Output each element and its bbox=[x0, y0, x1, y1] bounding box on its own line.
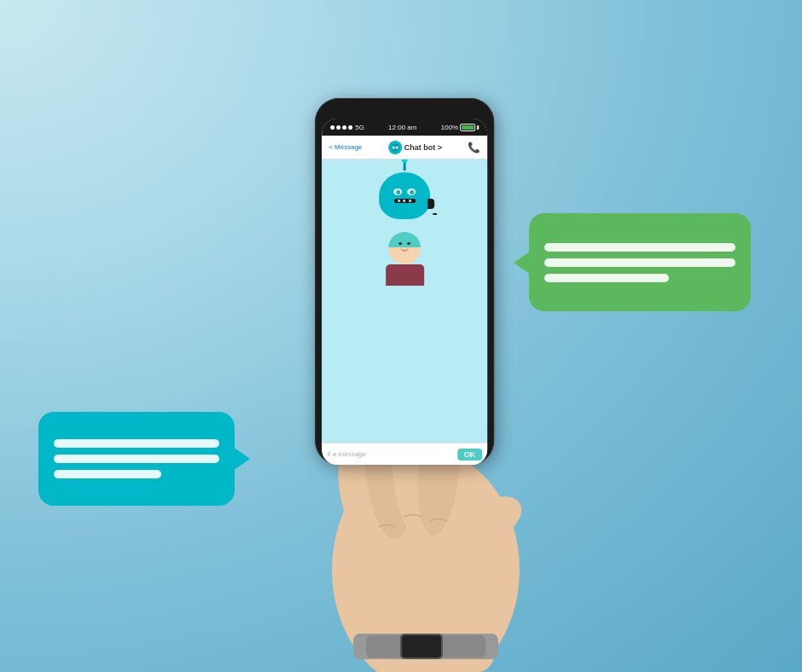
status-left: 5G bbox=[330, 124, 364, 131]
signal-dots bbox=[330, 125, 352, 130]
robot-mouth bbox=[394, 199, 416, 203]
robot-headset bbox=[427, 199, 434, 209]
human-face bbox=[398, 242, 410, 252]
robot-face bbox=[393, 188, 416, 203]
signal-dot-3 bbox=[342, 125, 346, 130]
robot-eye-right bbox=[407, 188, 416, 195]
phone-screen: 5G 12:00 am 100% < Message bbox=[322, 119, 487, 465]
robot-antenna-ball bbox=[402, 159, 408, 163]
network-label: 5G bbox=[355, 124, 364, 131]
user-speech-bubble bbox=[38, 412, 235, 506]
signal-dot-2 bbox=[336, 125, 340, 130]
human-eye-left bbox=[398, 242, 402, 245]
input-bar: # a message OK bbox=[322, 443, 487, 465]
chat-title-label: Chat bot > bbox=[404, 143, 442, 152]
bubble-line-4 bbox=[54, 439, 219, 448]
time-label: 12:00 am bbox=[388, 124, 416, 131]
battery-area: 100% bbox=[441, 124, 479, 131]
human-head bbox=[388, 232, 421, 264]
signal-dot-4 bbox=[348, 125, 352, 130]
human-eyes bbox=[398, 242, 410, 245]
mouth-seg-2 bbox=[404, 200, 406, 202]
phone-notch bbox=[379, 108, 430, 115]
nav-bar: < Message Chat bot > 📞 bbox=[322, 136, 487, 159]
signal-dot-1 bbox=[330, 125, 334, 130]
bubble-line-5 bbox=[54, 455, 219, 463]
svg-point-12 bbox=[392, 146, 394, 148]
bot-avatar-small bbox=[388, 141, 402, 154]
bubble-line-6 bbox=[54, 470, 161, 478]
battery-tip bbox=[477, 125, 479, 130]
battery-percent: 100% bbox=[441, 124, 458, 131]
ok-button[interactable]: OK bbox=[457, 449, 483, 461]
chat-area bbox=[322, 159, 487, 443]
bubble-line-1 bbox=[544, 243, 735, 252]
mouth-seg-3 bbox=[409, 200, 411, 202]
robot-headset-mic bbox=[433, 213, 437, 215]
robot-illustration bbox=[379, 172, 430, 219]
svg-rect-10 bbox=[402, 635, 441, 658]
battery-icon bbox=[460, 124, 475, 131]
robot-pupil-right bbox=[410, 190, 414, 194]
robot-eye-left bbox=[393, 188, 402, 195]
status-bar: 5G 12:00 am 100% bbox=[322, 119, 487, 136]
human-body bbox=[386, 264, 424, 286]
robot-pupil-left bbox=[396, 190, 400, 194]
chat-title: Chat bot > bbox=[388, 141, 442, 154]
scene: 5G 12:00 am 100% < Message bbox=[0, 0, 802, 672]
robot-eyes bbox=[393, 188, 416, 195]
human-smile bbox=[400, 247, 409, 252]
human-avatar bbox=[381, 232, 428, 287]
mouth-seg-1 bbox=[398, 200, 400, 202]
human-eye-right bbox=[407, 242, 410, 245]
robot-head bbox=[379, 172, 430, 219]
svg-point-13 bbox=[395, 146, 398, 148]
back-button[interactable]: < Message bbox=[328, 143, 362, 151]
message-input-placeholder[interactable]: # a message bbox=[327, 450, 454, 458]
phone: 5G 12:00 am 100% < Message bbox=[315, 98, 494, 465]
robot-antenna bbox=[404, 162, 406, 171]
battery-fill bbox=[462, 125, 474, 130]
call-button[interactable]: 📞 bbox=[468, 142, 480, 154]
